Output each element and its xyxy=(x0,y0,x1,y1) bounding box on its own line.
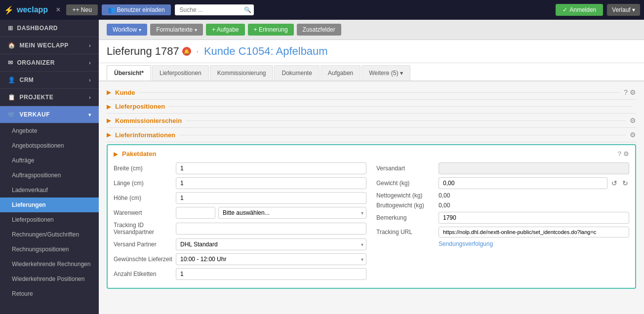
main-layout: ⊞ DASHBOARD 🏠 MEIN WECLAPP › ✉ ORGANIZER… xyxy=(0,20,644,314)
projekte-icon: 📋 xyxy=(8,94,16,101)
sidebar-sub-retoure[interactable]: Retoure xyxy=(0,286,99,301)
tab-weitere[interactable]: Weitere (5) ▾ xyxy=(362,65,410,80)
sidebar-item-organizer[interactable]: ✉ ORGANIZER › xyxy=(0,54,99,72)
warenwert-select[interactable]: Bitte auswählen... xyxy=(218,207,366,219)
search-input[interactable] xyxy=(180,6,244,13)
tracking-url-row: Tracking URL xyxy=(376,227,629,237)
hoehe-input[interactable] xyxy=(176,192,366,204)
paketdaten-icons: ? ⚙ xyxy=(618,150,629,157)
search-box[interactable]: 🔍 xyxy=(175,4,254,15)
expand-icon: ▶ xyxy=(107,117,111,124)
anmelden-button[interactable]: ✓ Anmelden xyxy=(556,4,603,16)
sidebar-sub-rechnungspositionen[interactable]: Rechnungspositionen xyxy=(0,242,99,257)
sidebar-sub-wiederkehrende-rechnungen[interactable]: Wiederkehrende Rechnungen xyxy=(0,257,99,272)
aufgabe-button[interactable]: + Aufgabe xyxy=(206,24,244,36)
bemerkung-input[interactable] xyxy=(439,212,629,224)
sidebar-sub-lieferpositionen[interactable]: Lieferpositionen xyxy=(0,212,99,227)
section-kommissionierschein[interactable]: ▶ Kommissionierschein ⚙ xyxy=(107,114,636,128)
section-lieferpositionen[interactable]: ▶ Lieferpositionen xyxy=(107,100,636,114)
warenwert-input[interactable] xyxy=(176,207,215,219)
customer-link[interactable]: Kunde C1054: Apfelbaum xyxy=(204,45,328,58)
section-title: Lieferpositionen xyxy=(115,103,165,110)
erinnerung-button[interactable]: + Erinnerung xyxy=(248,24,294,36)
lieferzeit-select[interactable]: 10:00 - 12:00 Uhr xyxy=(176,253,366,265)
mail-icon: ✉ xyxy=(8,59,13,66)
sidebar-item-crm[interactable]: 👤 CRM › xyxy=(0,72,99,89)
invite-icon: 👥 xyxy=(108,6,115,13)
tab-aufgaben[interactable]: Aufgaben xyxy=(321,65,361,80)
invite-user-button[interactable]: 👥 Benutzer einladen xyxy=(102,4,171,15)
sidebar-sub-angebotspositionen[interactable]: Angebotspositionen xyxy=(0,138,99,153)
divider xyxy=(179,135,626,135)
expand-icon: ▶ xyxy=(107,89,111,96)
sidebar-sub-lieferungen[interactable]: Lieferungen xyxy=(0,197,99,212)
sidebar: ⊞ DASHBOARD 🏠 MEIN WECLAPP › ✉ ORGANIZER… xyxy=(0,20,99,314)
verkauf-icon: 🛒 xyxy=(8,111,16,118)
section-icons: ? ⚙ xyxy=(624,88,636,96)
calculate-icon[interactable]: ↻ xyxy=(621,178,629,188)
tab-lieferpositionen[interactable]: Lieferpositionen xyxy=(152,65,209,80)
sidebar-item-mein-weclapp[interactable]: 🏠 MEIN WECLAPP › xyxy=(0,37,99,54)
laenge-input[interactable] xyxy=(176,177,366,189)
sidebar-sub-rechnungen[interactable]: Rechnungen/Gutschriften xyxy=(0,227,99,242)
sidebar-item-verkauf[interactable]: 🛒 VERKAUF ▾ xyxy=(0,106,99,123)
paketdaten-header: ▶ Paketdaten ? ⚙ xyxy=(114,150,629,157)
tab-kommissionierung[interactable]: Kommissionierung xyxy=(210,65,274,80)
zusatzfelder-button[interactable]: Zusatzfelder xyxy=(297,24,341,36)
section-title: Kommissionierschein xyxy=(115,117,182,124)
gear-icon[interactable]: ⚙ xyxy=(630,131,636,139)
sidebar-sub-auftraege[interactable]: Aufträge xyxy=(0,153,99,168)
formulartexte-button[interactable]: Formulartexte ▾ xyxy=(150,24,203,36)
help-icon[interactable]: ? xyxy=(624,88,628,96)
gear-icon[interactable]: ⚙ xyxy=(630,88,636,96)
new-button[interactable]: + + Neu xyxy=(66,4,97,15)
tabs-bar: Übersicht* Lieferpositionen Kommissionie… xyxy=(99,63,644,81)
paketdaten-section: ▶ Paketdaten ? ⚙ Breite (cm) xyxy=(107,144,636,289)
tab-dokumente[interactable]: Dokumente xyxy=(274,65,319,80)
tab-uebersicht[interactable]: Übersicht* xyxy=(107,65,151,80)
bruttogewicht-label: Bruttogewicht (kg) xyxy=(376,202,436,209)
sidebar-sub-auftragspositionen[interactable]: Auftragspositionen xyxy=(0,168,99,183)
gewicht-input[interactable] xyxy=(439,177,607,189)
verlauf-button[interactable]: Verlauf ▾ xyxy=(607,4,640,16)
gear-icon[interactable]: ⚙ xyxy=(623,150,629,157)
gear-icon[interactable]: ⚙ xyxy=(630,117,636,124)
tracking-id-input[interactable] xyxy=(176,223,366,235)
page-title: Lieferung 1787 🔔 · Kunde C1054: Apfelbau… xyxy=(107,45,636,58)
sendungsverfolgung-link[interactable]: Sendungsverfolgung xyxy=(439,240,493,247)
versand-partner-select[interactable]: DHL Standard xyxy=(176,238,366,250)
versandart-input[interactable] xyxy=(439,162,629,174)
top-nav: ⚡ weclapp × + + Neu 👥 Benutzer einladen … xyxy=(0,0,644,20)
laenge-row: Länge (cm) xyxy=(114,177,366,189)
tracking-url-label: Tracking URL xyxy=(376,229,436,236)
reset-icon[interactable]: ↺ xyxy=(610,178,618,188)
warenwert-row: Warenwert Bitte auswählen... ▾ xyxy=(114,207,366,219)
notification-badge: 🔔 xyxy=(182,47,191,56)
expand-icon: ▶ xyxy=(114,151,118,157)
sidebar-sub-ladenverkauf[interactable]: Ladenverkauf xyxy=(0,183,99,197)
close-button[interactable]: × xyxy=(56,5,60,14)
sections-container: ▶ Kunde ? ⚙ ▶ Lieferpositionen ▶ Kommiss… xyxy=(99,81,644,314)
sidebar-item-dashboard[interactable]: ⊞ DASHBOARD xyxy=(0,20,99,37)
chevron-icon: › xyxy=(89,95,91,100)
sidebar-item-projekte[interactable]: 📋 PROJEKTE › xyxy=(0,89,99,106)
dropdown-arrow-icon: ▾ xyxy=(139,27,141,33)
section-icons: ⚙ xyxy=(630,117,636,124)
section-lieferinformationen[interactable]: ▶ Lieferinformationen ⚙ xyxy=(107,128,636,142)
workflow-button[interactable]: Workflow ▾ xyxy=(107,24,147,36)
bruttogewicht-value: 0,00 xyxy=(439,202,450,209)
sidebar-sub-angebote[interactable]: Angebote xyxy=(0,123,99,138)
section-kunde[interactable]: ▶ Kunde ? ⚙ xyxy=(107,85,636,100)
lieferzeit-label: Gewünschte Lieferzeit xyxy=(114,256,173,263)
hoehe-label: Höhe (cm) xyxy=(114,195,173,201)
section-title: Kunde xyxy=(115,89,135,96)
tracking-url-input[interactable] xyxy=(439,227,629,237)
help-icon[interactable]: ? xyxy=(618,150,621,157)
lieferzeit-row: Gewünschte Lieferzeit 10:00 - 12:00 Uhr … xyxy=(114,253,366,265)
chevron-icon: › xyxy=(89,60,91,66)
anzahl-etiketten-input[interactable] xyxy=(176,268,366,280)
sidebar-sub-wiederkehrende-positionen[interactable]: Wiederkehrende Positionen xyxy=(0,272,99,286)
nettogewicht-value: 0,00 xyxy=(439,192,450,199)
breite-input[interactable] xyxy=(176,162,366,174)
home-icon: 🏠 xyxy=(8,42,16,49)
